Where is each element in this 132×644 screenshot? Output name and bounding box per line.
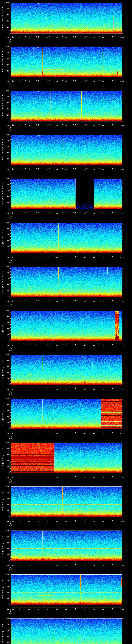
- x-axis-tick-label: 25: [56, 257, 58, 258]
- x-axis-tick-label: 25: [56, 81, 58, 82]
- spectrogram-canvas: [11, 135, 122, 165]
- x-axis-tick-label: 25: [56, 564, 58, 566]
- date-label-line: 2015: [9, 350, 12, 351]
- plot-top-inner-ticks: [11, 267, 122, 268]
- y-axis-tick-label: 800: [4, 448, 10, 450]
- x-axis-tick-label: 40: [84, 257, 86, 258]
- spectrogram-panel: Frequency (Hz) 1000800600400200011:25:00…: [0, 484, 132, 528]
- y-axis-tick-label: 1000: [4, 310, 10, 312]
- y-axis-tick-label: 200: [4, 334, 10, 336]
- x-axis-tick-label: 45: [93, 257, 95, 258]
- x-axis-end-time-label: 24:00: [120, 433, 124, 434]
- x-axis-tick-label: 35: [74, 169, 76, 170]
- x-axis-tick-label: 45: [93, 433, 95, 434]
- spectrogram-panel: Frequency (Hz) 1000800600400200011:23:00…: [0, 396, 132, 440]
- x-axis-tick-label: 40: [84, 564, 86, 566]
- y-axis-tick-label: 400: [4, 20, 10, 22]
- x-axis-end-time-label: 16:00: [120, 81, 124, 82]
- x-axis-tick-label: 45: [93, 125, 95, 126]
- plot-frame: [10, 179, 122, 209]
- y-axis-tick-label: 200: [4, 378, 10, 380]
- x-axis-tick-label: 30: [65, 213, 67, 214]
- y-axis-tick-label: 1000: [4, 2, 10, 4]
- spectrogram-canvas: [11, 486, 122, 517]
- y-axis-tick-label: 1000: [4, 46, 10, 48]
- date-label-line: 2015: [9, 393, 12, 395]
- x-axis-end-time-label: 20:00: [120, 257, 124, 258]
- x-axis-start-time-label: 11:20:00: [7, 301, 14, 302]
- y-axis-tick-label: 600: [4, 146, 10, 148]
- x-axis-end-time-label: 18:00: [120, 169, 124, 170]
- y-axis-minor-ticks-right: [122, 3, 122, 34]
- x-axis-minor-ticks: [10, 476, 122, 476]
- y-axis-tick-label: 400: [4, 240, 10, 242]
- x-axis-tick-label: 30: [65, 257, 67, 258]
- y-axis-tick-label: 600: [4, 14, 10, 16]
- spectrogram-canvas: [11, 91, 122, 121]
- x-axis-tick-label: 40: [84, 520, 86, 522]
- x-axis-minor-ticks: [10, 256, 122, 256]
- spectrogram-panel: Frequency (Hz) 1000800600400200011:28:00…: [0, 616, 132, 644]
- x-axis-tick-label: 50: [102, 301, 104, 302]
- x-axis-end-time-label: 21:00: [120, 301, 124, 302]
- spectrogram-panel: Frequency (Hz) 1000800600400200011:26:00…: [0, 528, 132, 572]
- y-axis-tick-label: 200: [4, 114, 10, 116]
- x-axis-tick-label: 50: [102, 388, 104, 390]
- plot-top-inner-ticks: [11, 223, 122, 224]
- x-axis-end-time-label: 22:00: [120, 345, 124, 346]
- y-axis-tick-label: 600: [4, 410, 10, 412]
- date-label-line: 2015: [9, 130, 12, 131]
- y-axis-tick-label: 1000: [4, 90, 10, 92]
- y-axis-tick-label: 0: [4, 296, 10, 298]
- x-axis-minor-ticks: [10, 300, 122, 300]
- x-axis-tick-label: 10: [28, 81, 30, 82]
- spectrogram-canvas: [11, 223, 122, 253]
- x-axis-tick-label: 35: [74, 388, 76, 390]
- x-axis-tick-label: 40: [84, 476, 86, 478]
- x-axis-tick-label: 55: [112, 125, 113, 126]
- x-axis-minor-ticks: [10, 608, 122, 608]
- y-axis-tick-label: 600: [4, 278, 10, 280]
- x-axis-tick-label: 15: [38, 564, 39, 566]
- y-axis-tick-label: 1000: [4, 222, 10, 224]
- y-axis-title: Frequency (Hz): [2, 622, 4, 644]
- x-axis-tick-label: 50: [102, 564, 104, 566]
- y-axis-tick-label: 800: [4, 96, 10, 98]
- x-axis-tick-label: 5: [20, 213, 20, 214]
- y-axis-tick-label: 1000: [4, 178, 10, 180]
- spectrogram-canvas: [11, 399, 122, 429]
- y-axis-title: Frequency (Hz): [2, 578, 4, 601]
- x-axis-tick-label: 5: [20, 257, 20, 258]
- plot-frame: [10, 574, 122, 605]
- x-axis-tick-label: 45: [93, 301, 95, 302]
- x-axis-tick-label: 25: [56, 169, 58, 170]
- y-axis-tick-label: 800: [4, 316, 10, 318]
- y-axis-tick-label: 400: [4, 460, 10, 462]
- x-axis-start-time-label: 11:24:00: [7, 476, 14, 478]
- y-axis-tick-label: 0: [4, 516, 10, 518]
- x-axis-minor-ticks: [10, 564, 122, 564]
- x-axis-tick-label: 35: [74, 213, 76, 214]
- x-axis-start-time-label: 11:27:00: [7, 608, 14, 610]
- y-axis-tick-label: 600: [4, 322, 10, 324]
- x-axis-tick-label: 40: [84, 345, 86, 346]
- date-label-line: 2015: [9, 438, 12, 439]
- x-axis-end-time-label: 17:00: [120, 125, 124, 126]
- spectrogram-canvas: [11, 618, 122, 644]
- plot-top-inner-ticks: [11, 3, 122, 4]
- x-axis-tick-label: 40: [84, 37, 86, 38]
- plot-frame: [10, 223, 122, 253]
- x-axis-tick-label: 35: [74, 608, 76, 610]
- y-axis-tick-label: 1000: [4, 530, 10, 531]
- x-axis-end-time-label: 23:00: [120, 388, 124, 390]
- y-axis-tick-label: 600: [4, 190, 10, 192]
- x-axis-tick-label: 5: [20, 564, 20, 566]
- plot-frame: [10, 3, 122, 34]
- x-axis-tick-label: 30: [65, 125, 67, 126]
- x-axis-tick-label: 15: [38, 213, 39, 214]
- x-axis-tick-label: 55: [112, 476, 113, 478]
- y-axis-minor-ticks-right: [122, 355, 122, 385]
- x-axis-minor-ticks: [10, 212, 122, 212]
- y-axis-minor-ticks-right: [122, 47, 122, 78]
- y-axis-tick-label: 200: [4, 466, 10, 468]
